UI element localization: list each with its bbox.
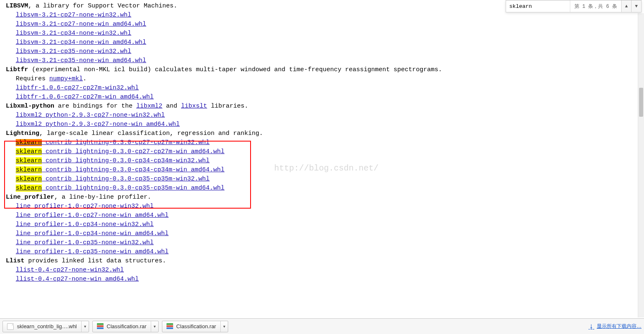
- inline-link[interactable]: libxslt: [181, 103, 207, 110]
- show-all-downloads-label: 显示所有下载内容…: [597, 323, 642, 330]
- package-heading: Libtfr (experimental non-MKL icl build) …: [6, 65, 644, 74]
- download-item-open[interactable]: Classification.rar: [162, 323, 220, 330]
- package-name[interactable]: Libxml-python: [6, 103, 54, 110]
- download-item-menu-button[interactable]: ▾: [220, 321, 228, 332]
- package-block: Lightning, large-scale linear classifica…: [6, 129, 644, 193]
- find-prev-button[interactable]: ▲: [621, 0, 631, 12]
- download-file-link[interactable]: libsvm-3.21-cp27-none-win amd64.whl: [16, 20, 146, 29]
- download-file-link[interactable]: line profiler-1.0-cp35-none-win32.whl: [16, 238, 154, 247]
- download-file-link[interactable]: line profiler-1.0-cp34-none-win amd64.wh…: [16, 229, 169, 238]
- find-next-button[interactable]: ▼: [631, 0, 641, 12]
- package-name[interactable]: LIBSVM: [6, 2, 28, 10]
- download-file-link[interactable]: line profiler-1.0-cp34-none-win32.whl: [16, 220, 154, 229]
- download-file-link[interactable]: llist-0.4-cp27-none-win32.whl: [16, 266, 124, 275]
- download-item-menu-button[interactable]: ▾: [81, 321, 89, 332]
- download-file-link[interactable]: sklearn contrib lightning-0.3.0-cp35-cp3…: [16, 184, 224, 193]
- download-icon: ⭳: [589, 323, 594, 330]
- download-file-link[interactable]: sklearn contrib lightning-0.3.0-cp27-cp2…: [16, 138, 210, 147]
- requires-line: Requires numpy+mkl.: [6, 74, 644, 84]
- find-match-count: 第 1 条，共 6 条: [570, 0, 621, 12]
- download-file-link[interactable]: line profiler-1.0-cp27-none-win amd64.wh…: [16, 211, 169, 220]
- download-file-link[interactable]: sklearn contrib lightning-0.3.0-cp34-cp3…: [16, 156, 210, 166]
- download-file-link[interactable]: line profiler-1.0-cp27-none-win32.whl: [16, 202, 154, 211]
- download-file-link[interactable]: line profiler-1.0-cp35-none-win amd64.wh…: [16, 247, 169, 257]
- package-heading: Libxml-python are bindings for the libxm…: [6, 102, 644, 111]
- download-file-link[interactable]: libxml2 python-2.9.3-cp27-none-win32.whl: [16, 111, 165, 120]
- download-item-label: Classification.rar: [107, 323, 147, 329]
- package-block: Llist provides linked list data structur…: [6, 257, 644, 284]
- download-file-link[interactable]: libtfr-1.0.6-cp27-cp27m-win amd64.whl: [16, 93, 154, 102]
- package-name[interactable]: Libtfr: [6, 66, 28, 73]
- package-heading: Line_profiler, a line-by-line profiler.: [6, 193, 644, 202]
- download-item: Classification.rar▾: [162, 321, 228, 332]
- download-item-label: Classification.rar: [176, 323, 216, 329]
- download-item-open[interactable]: sklearn_contrib_lig….whl: [3, 323, 81, 330]
- download-file-link[interactable]: libsvm-3.21-cp34-none-win32.whl: [16, 29, 131, 38]
- download-item-menu-button[interactable]: ▾: [151, 321, 158, 332]
- archive-icon: [166, 323, 173, 330]
- download-file-link[interactable]: libxml2 python-2.9.3-cp27-none-win amd64…: [16, 120, 180, 129]
- requires-link[interactable]: numpy+mkl: [49, 75, 83, 82]
- download-file-link[interactable]: sklearn contrib lightning-0.3.0-cp34-cp3…: [16, 166, 224, 175]
- download-item: Classification.rar▾: [92, 321, 159, 332]
- find-input[interactable]: [506, 0, 570, 12]
- download-file-link[interactable]: libtfr-1.0.6-cp27-cp27m-win32.whl: [16, 84, 139, 93]
- download-file-link[interactable]: llist-0.4-cp27-none-win amd64.whl: [16, 275, 139, 284]
- show-all-downloads-link[interactable]: ⭳ 显示所有下载内容…: [589, 323, 642, 330]
- package-name[interactable]: Llist: [6, 257, 24, 264]
- package-block: Libtfr (experimental non-MKL icl build) …: [6, 65, 644, 102]
- download-file-link[interactable]: libsvm-3.21-cp35-none-win amd64.whl: [16, 56, 146, 65]
- download-file-link[interactable]: libsvm-3.21-cp34-none-win amd64.whl: [16, 38, 146, 47]
- package-name[interactable]: Line_profiler: [6, 194, 54, 201]
- package-heading: Lightning, large-scale linear classifica…: [6, 129, 644, 138]
- find-in-page-bar: 第 1 条，共 6 条 ▲ ▼: [506, 0, 642, 12]
- file-icon: [7, 323, 14, 330]
- download-file-link[interactable]: sklearn contrib lightning-0.3.0-cp35-cp3…: [16, 175, 210, 184]
- inline-link[interactable]: libxml2: [136, 103, 162, 110]
- package-block: Libxml-python are bindings for the libxm…: [6, 102, 644, 129]
- package-block: Line_profiler, a line-by-line profiler.l…: [6, 193, 644, 257]
- downloads-shelf: sklearn_contrib_lig….whl▾Classification.…: [0, 318, 644, 334]
- download-file-link[interactable]: libsvm-3.21-cp35-none-win32.whl: [16, 47, 131, 56]
- archive-icon: [97, 323, 104, 330]
- package-heading: Llist provides linked list data structur…: [6, 257, 644, 266]
- download-file-link[interactable]: sklearn contrib lightning-0.3.0-cp27-cp2…: [16, 147, 224, 156]
- download-item: sklearn_contrib_lig….whl▾: [2, 321, 89, 332]
- download-item-label: sklearn_contrib_lig….whl: [17, 323, 77, 329]
- page-content: LIBSVM, a library for Support Vector Mac…: [0, 0, 644, 334]
- package-name[interactable]: Lightning: [6, 130, 39, 137]
- download-file-link[interactable]: libsvm-3.21-cp27-none-win32.whl: [16, 11, 131, 20]
- download-item-open[interactable]: Classification.rar: [93, 323, 151, 330]
